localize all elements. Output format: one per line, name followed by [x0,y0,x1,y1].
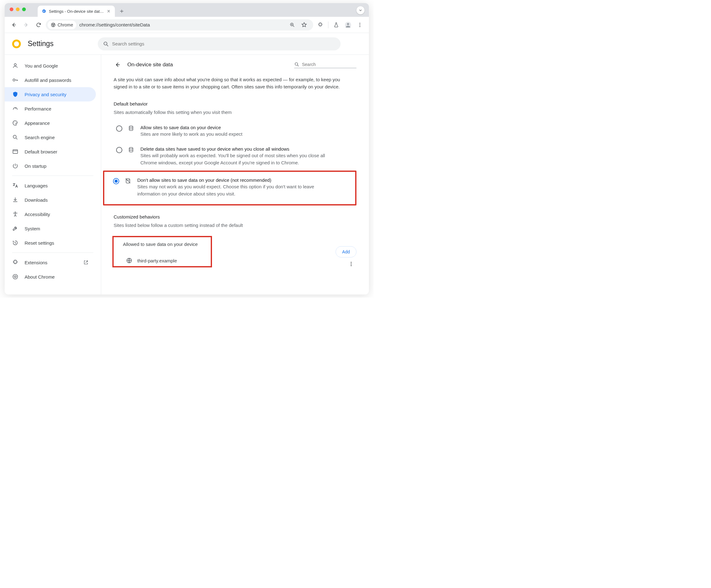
highlight-annotation: Allowed to save data on your device thir… [112,236,212,267]
site-more-menu-icon[interactable] [346,259,357,269]
sidebar-item-reset[interactable]: Reset settings [5,236,96,250]
page-back-button[interactable] [114,61,121,68]
labs-flask-icon[interactable] [331,20,342,30]
open-external-icon [83,260,88,265]
radio-button[interactable] [116,147,122,153]
add-button[interactable]: Add [336,246,357,257]
zoom-icon[interactable] [287,20,298,30]
sidebar-label: You and Google [25,63,58,68]
sidebar-item-on-startup[interactable]: On startup [5,159,96,173]
chrome-logo-icon [12,40,21,48]
wrench-icon [12,225,18,232]
site-chip[interactable]: Chrome [48,21,76,29]
puzzle-icon [12,259,18,265]
search-settings-input[interactable] [112,41,336,46]
sidebar-label: Default browser [25,149,57,154]
window-minimize-button[interactable] [16,7,20,11]
svg-rect-15 [13,150,18,153]
url-text: chrome://settings/content/siteData [79,22,150,27]
nav-back-button[interactable] [8,20,19,30]
chrome-icon [51,22,56,27]
radio-option-allow[interactable]: Allow sites to save data on your device … [114,121,357,142]
svg-point-7 [360,26,361,27]
inpage-search-field[interactable] [294,62,357,68]
sidebar-item-appearance[interactable]: Appearance [5,116,96,130]
svg-point-24 [351,262,352,263]
sidebar-item-you-and-google[interactable]: You and Google [5,59,96,73]
svg-point-6 [360,24,361,25]
default-behavior-title: Default behavior [114,101,357,106]
restore-icon [12,240,18,246]
reload-button[interactable] [33,20,44,30]
svg-point-9 [14,64,17,66]
search-settings-field[interactable] [98,37,341,50]
sidebar-label: Autofill and passwords [25,78,71,83]
power-icon [12,163,18,169]
palette-icon [12,120,18,126]
new-tab-button[interactable] [117,7,126,16]
settings-gear-icon [41,9,46,14]
sidebar-label: Performance [25,106,51,111]
svg-point-4 [347,23,349,25]
svg-point-21 [129,148,133,149]
page-intro-text: A site you visit can save info about wha… [114,76,344,91]
svg-point-11 [14,122,15,123]
svg-point-26 [351,265,352,266]
close-tab-icon[interactable] [106,9,111,14]
svg-point-18 [14,276,16,278]
accessibility-icon [12,211,18,217]
sidebar-label: Reset settings [25,240,54,246]
radio-option-block[interactable]: Don't allow sites to save data on your d… [113,173,353,202]
svg-point-16 [15,212,16,213]
address-bar[interactable]: Chrome chrome://settings/content/siteDat… [46,19,313,30]
sidebar-item-downloads[interactable]: Downloads [5,193,96,207]
bookmark-star-icon[interactable] [299,20,309,30]
browser-tab[interactable]: Settings - On-device site dat… [38,6,115,17]
nav-forward-button[interactable] [21,20,31,30]
sidebar-item-default-browser[interactable]: Default browser [5,145,96,159]
tab-list-button[interactable] [357,6,365,14]
tab-title: Settings - On-device site dat… [49,9,104,14]
browser-menu-icon[interactable] [354,20,365,30]
sidebar-item-languages[interactable]: Languages [5,178,96,193]
sidebar-item-about[interactable]: About Chrome [5,269,96,284]
translate-icon [12,182,18,189]
sidebar-item-search-engine[interactable]: Search engine [5,130,96,145]
sidebar-label: Extensions [25,260,47,265]
radio-option-delete-on-close[interactable]: Delete data sites have saved to your dev… [114,142,357,171]
radio-button[interactable] [116,126,122,132]
option-subtitle: Sites are more likely to work as you wou… [141,131,242,138]
page-title: On-device site data [127,62,173,68]
allowed-site-row[interactable]: third-party.example [123,254,208,265]
database-icon [128,147,135,153]
person-icon [12,63,18,69]
window-close-button[interactable] [10,7,14,11]
profile-avatar-icon[interactable] [343,20,353,30]
option-title: Allow sites to save data on your device [141,125,242,130]
sidebar-label: Search engine [25,135,55,140]
sidebar-item-performance[interactable]: Performance [5,102,96,116]
sidebar-label: On startup [25,164,46,169]
sidebar-item-privacy[interactable]: Privacy and security [5,87,96,102]
sidebar-label: Downloads [25,197,48,203]
sidebar-item-accessibility[interactable]: Accessibility [5,207,96,221]
sidebar-label: Languages [25,183,48,188]
sidebar-item-extensions[interactable]: Extensions [5,255,96,269]
sidebar-item-system[interactable]: System [5,221,96,236]
svg-point-12 [15,122,16,122]
inpage-search-input[interactable] [302,62,357,67]
settings-sidebar: You and Google Autofill and passwords Pr… [5,55,101,295]
speedometer-icon [12,106,18,112]
svg-point-17 [13,275,18,279]
download-icon [12,197,18,203]
radio-button[interactable] [113,178,119,184]
settings-header: Settings [5,33,369,55]
database-off-icon [125,178,132,184]
extensions-icon[interactable] [315,20,326,30]
option-title: Delete data sites have saved to your dev… [141,146,333,152]
default-behavior-subtitle: Sites automatically follow this setting … [114,110,357,115]
svg-point-5 [360,23,361,24]
window-maximize-button[interactable] [22,7,26,11]
sidebar-item-autofill[interactable]: Autofill and passwords [5,73,96,87]
sidebar-label: Accessibility [25,212,50,217]
